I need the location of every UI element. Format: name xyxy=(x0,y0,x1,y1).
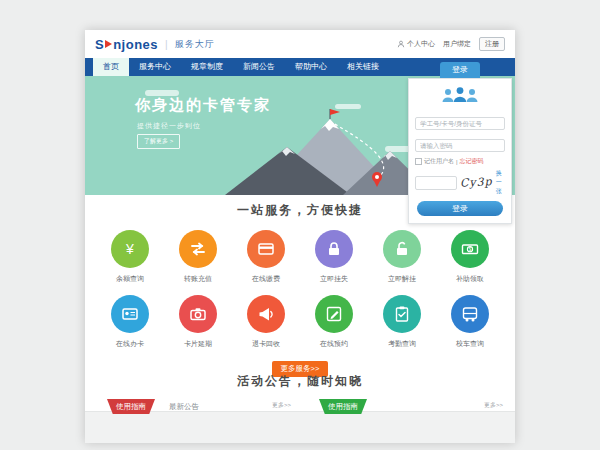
bus-icon xyxy=(451,295,489,333)
personal-center-label: 个人中心 xyxy=(407,39,435,49)
captcha-row: Cy3p 换一张 xyxy=(415,169,505,196)
svg-text:¥: ¥ xyxy=(125,241,134,257)
logo-text-prefix: S xyxy=(95,37,104,52)
lock-icon xyxy=(315,230,353,268)
tab-usage-guide-green[interactable]: 使用指南 xyxy=(319,399,367,414)
login-submit-button[interactable]: 登录 xyxy=(417,201,503,216)
user-binding-link[interactable]: 用户绑定 xyxy=(443,39,471,49)
unlock-icon xyxy=(383,230,421,268)
service-item-payment[interactable]: 在线缴费 xyxy=(235,230,297,284)
site-header: S njones | 服务大厅 个人中心 用户绑定 注册 xyxy=(85,30,515,58)
announcements-title: 活动公告，随时知晓 xyxy=(85,373,515,390)
nav-item-regulations[interactable]: 规章制度 xyxy=(181,58,233,76)
login-card: 登录 记住用户名 | 忘记密码 xyxy=(408,62,512,224)
more-link-left[interactable]: 更多>> xyxy=(272,401,291,410)
logo-arrow-icon xyxy=(105,40,112,48)
hero-headline: 你身边的卡管专家 xyxy=(135,96,271,115)
register-button[interactable]: 注册 xyxy=(479,37,505,51)
captcha-refresh-link[interactable]: 换一张 xyxy=(496,169,505,196)
service-item-apply-card[interactable]: 在线办卡 xyxy=(99,295,161,349)
forgot-password-link[interactable]: 忘记密码 xyxy=(460,157,484,166)
clipboard-icon xyxy=(383,295,421,333)
remember-row: 记住用户名 | 忘记密码 xyxy=(415,157,505,166)
transfer-arrows-icon xyxy=(179,230,217,268)
nav-item-news[interactable]: 新闻公告 xyxy=(233,58,285,76)
site-name: 服务大厅 xyxy=(175,38,215,51)
service-item-subsidy[interactable]: $ 补助领取 xyxy=(439,230,501,284)
service-item-balance[interactable]: ¥ 余额查询 xyxy=(99,230,161,284)
screenshot-canvas: S njones | 服务大厅 个人中心 用户绑定 注册 xyxy=(0,0,600,450)
hero-cta-button[interactable]: 了解更多 > xyxy=(137,134,180,149)
services-row-2: 在线办卡 卡片延期 退卡回收 在线预约 xyxy=(85,295,515,349)
service-item-school-bus[interactable]: 校车查询 xyxy=(439,295,501,349)
nav-item-service-center[interactable]: 服务中心 xyxy=(129,58,181,76)
announcement-panel-left: 使用指南 最新公告 更多>> xyxy=(95,399,293,417)
captcha-input[interactable] xyxy=(415,176,457,190)
login-tab[interactable]: 登录 xyxy=(440,62,480,78)
edit-icon xyxy=(315,295,353,333)
password-input[interactable] xyxy=(415,139,505,152)
mountain-illustration xyxy=(225,107,435,195)
more-link-right[interactable]: 更多>> xyxy=(484,401,503,410)
banknote-icon: $ xyxy=(451,230,489,268)
remember-checkbox[interactable] xyxy=(415,158,422,165)
service-item-transfer[interactable]: 转账充值 xyxy=(167,230,229,284)
login-form: 记住用户名 | 忘记密码 Cy3p 换一张 登录 xyxy=(408,78,512,224)
personal-center-link[interactable]: 个人中心 xyxy=(397,39,435,49)
id-card-icon xyxy=(111,295,149,333)
nav-item-help-center[interactable]: 帮助中心 xyxy=(285,58,337,76)
service-item-reservation[interactable]: 在线预约 xyxy=(303,295,365,349)
service-item-card-return[interactable]: 退卡回收 xyxy=(235,295,297,349)
header-divider: | xyxy=(165,39,168,50)
announcement-panel-right: 使用指南 更多>> xyxy=(307,399,505,417)
portal-page: S njones | 服务大厅 个人中心 用户绑定 注册 xyxy=(85,30,515,443)
user-binding-label: 用户绑定 xyxy=(443,39,471,49)
announcements-section: 活动公告，随时知晓 使用指南 最新公告 更多>> 使用指南 更多>> xyxy=(85,366,515,443)
login-divider: | xyxy=(456,159,458,165)
nav-item-home[interactable]: 首页 xyxy=(93,58,129,76)
services-row-1: ¥ 余额查询 转账充值 在线缴费 立即挂失 xyxy=(85,230,515,284)
tab-latest-news[interactable]: 最新公告 xyxy=(169,399,199,414)
logo[interactable]: S njones xyxy=(95,37,158,52)
username-input[interactable] xyxy=(415,117,505,130)
bank-card-icon xyxy=(247,230,285,268)
service-item-unlock[interactable]: 立即解挂 xyxy=(371,230,433,284)
hero-subline: 提供捷径一步到位 xyxy=(137,121,201,131)
logo-text-suffix: njones xyxy=(113,37,158,52)
camera-icon xyxy=(179,295,217,333)
service-item-attendance[interactable]: 考勤查询 xyxy=(371,295,433,349)
yuan-icon: ¥ xyxy=(111,230,149,268)
remember-label: 记住用户名 xyxy=(424,157,454,166)
person-icon xyxy=(397,40,405,48)
tab-usage-guide-red[interactable]: 使用指南 xyxy=(107,399,155,414)
megaphone-icon xyxy=(247,295,285,333)
nav-item-links[interactable]: 相关链接 xyxy=(337,58,389,76)
captcha-image[interactable]: Cy3p xyxy=(460,175,493,190)
announcement-panels: 使用指南 最新公告 更多>> 使用指南 更多>> xyxy=(85,399,515,417)
header-right: 个人中心 用户绑定 注册 xyxy=(397,37,505,51)
service-item-card-renewal[interactable]: 卡片延期 xyxy=(167,295,229,349)
service-item-report-loss[interactable]: 立即挂失 xyxy=(303,230,365,284)
users-group-icon xyxy=(415,86,505,108)
